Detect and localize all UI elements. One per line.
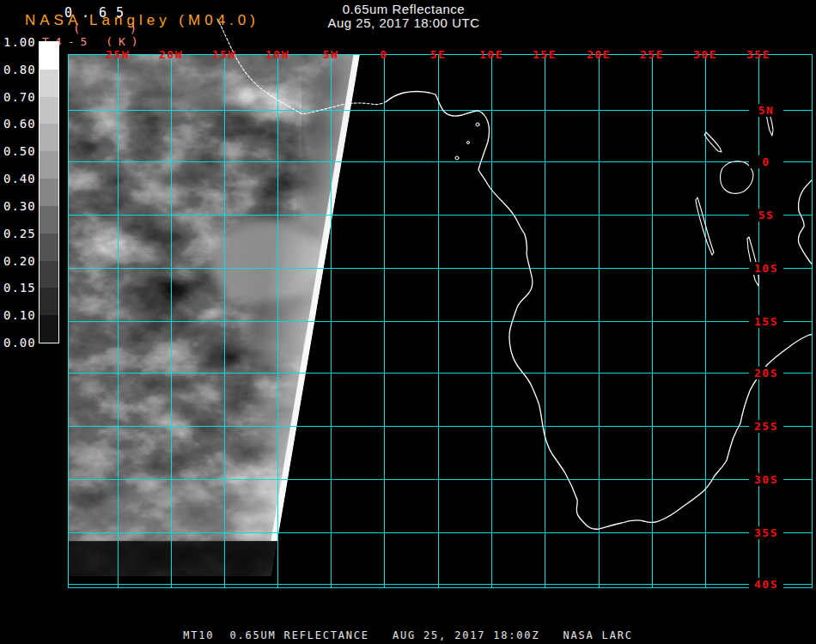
colorbar-label-0.80: 0.80 bbox=[3, 63, 34, 76]
header-product-label: 0.65 bbox=[64, 5, 133, 21]
lat-label-20S: 20S bbox=[749, 367, 783, 380]
grid-label-layer: 25W20W15W10W5W05E10E15E20E25E30E35E5N05S… bbox=[0, 0, 816, 644]
colorbar-label-0.40: 0.40 bbox=[3, 172, 34, 185]
page-title: 0.65um Reflectance bbox=[146, 2, 661, 16]
colorbar-label-0.25: 0.25 bbox=[3, 227, 34, 240]
colorbar-label-0.70: 0.70 bbox=[3, 90, 34, 104]
lon-label-35E: 35E bbox=[740, 48, 777, 61]
lat-label-35S: 35S bbox=[749, 526, 783, 539]
colorbar-label-1.00: 1.00 bbox=[3, 35, 34, 49]
lon-label-15E: 15E bbox=[526, 48, 563, 61]
lat-label-0: 0 bbox=[749, 155, 783, 168]
colorbar-label-0.20: 0.20 bbox=[3, 254, 34, 268]
page-subtitle: Aug 25, 2017 18:00 UTC bbox=[146, 15, 661, 30]
lon-label-25E: 25E bbox=[633, 48, 671, 61]
lat-label-30S: 30S bbox=[749, 473, 783, 486]
colorbar-label-0.30: 0.30 bbox=[3, 199, 34, 213]
colorbar-labels: 1.000.800.700.600.500.400.300.250.200.15… bbox=[0, 0, 68, 361]
lat-label-25S: 25S bbox=[749, 420, 783, 433]
header-units-parens: ( ) bbox=[73, 21, 143, 35]
lon-label-25W: 25W bbox=[99, 48, 137, 61]
lon-label-30E: 30E bbox=[686, 48, 724, 61]
lon-label-10W: 10W bbox=[259, 48, 296, 61]
lon-label-20W: 20W bbox=[152, 48, 190, 61]
lat-label-5N: 5N bbox=[749, 104, 783, 117]
lat-label-10S: 10S bbox=[749, 262, 783, 275]
colorbar-label-0.15: 0.15 bbox=[3, 281, 34, 295]
lat-label-5S: 5S bbox=[749, 209, 783, 222]
lon-label-5W: 5W bbox=[312, 48, 350, 61]
lat-label-40S: 40S bbox=[749, 578, 783, 591]
lon-label-10E: 10E bbox=[472, 48, 510, 61]
lon-label-20E: 20E bbox=[580, 48, 618, 61]
lon-label-15W: 15W bbox=[205, 48, 243, 61]
lat-label-15S: 15S bbox=[749, 315, 783, 328]
footer-caption: MT10 0.65UM REFLECTANCE AUG 25, 2017 18:… bbox=[0, 629, 816, 641]
colorbar-label-0.00: 0.00 bbox=[3, 336, 34, 349]
colorbar-label-0.60: 0.60 bbox=[3, 117, 34, 131]
colorbar-label-0.50: 0.50 bbox=[3, 144, 34, 158]
lon-label-5E: 5E bbox=[419, 48, 457, 61]
colorbar-label-0.10: 0.10 bbox=[3, 308, 34, 322]
lon-label-0: 0 bbox=[365, 48, 403, 61]
